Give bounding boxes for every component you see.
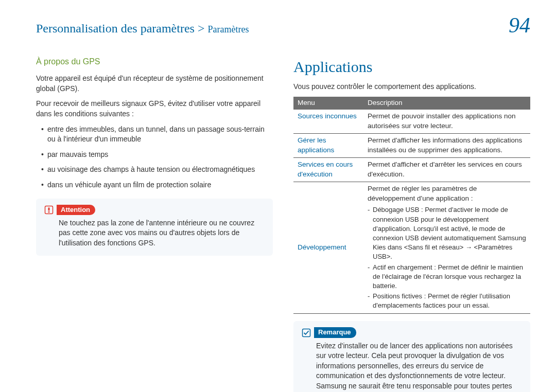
attention-callout: Attention Ne touchez pas la zone de l'an…	[36, 199, 273, 256]
breadcrumb-separator: >	[195, 22, 208, 35]
list-item: entre des immeubles, dans un tunnel, dan…	[41, 124, 273, 145]
menu-desc: Permet de pouvoir installer des applicat…	[363, 110, 530, 133]
right-column: Applications Vous pouvez contrôler le co…	[293, 56, 530, 392]
remark-text: Evitez d'installer ou de lancer des appl…	[302, 341, 522, 392]
list-item: au voisinage des champs à haute tension …	[41, 165, 273, 175]
table-row: Services en cours d'exécution Permet d'a…	[293, 157, 530, 182]
left-column: À propos du GPS Votre appareil est équip…	[36, 56, 273, 392]
menu-desc: Permet d'afficher les informations des a…	[363, 134, 530, 158]
table-row: Sources inconnues Permet de pouvoir inst…	[293, 110, 530, 133]
list-item: Positions fictives : Permet de régler l'…	[368, 292, 526, 310]
svg-rect-1	[48, 207, 50, 210]
list-item: par mauvais temps	[41, 150, 273, 160]
table-row: Gérer les applications Permet d'afficher…	[293, 134, 530, 158]
remark-icon	[302, 328, 311, 337]
menu-label: Gérer les applications	[293, 134, 363, 158]
page-number: 94	[509, 10, 530, 41]
col-menu: Menu	[293, 97, 363, 110]
applications-intro: Vous pouvez contrôler le comportement de…	[293, 82, 530, 92]
menu-label: Sources inconnues	[293, 110, 363, 133]
remark-badge: Remarque	[314, 327, 356, 337]
remark-callout: Remarque Evitez d'installer ou de lancer…	[293, 321, 530, 392]
dev-desc-intro: Permet de régler les paramètres de dével…	[368, 185, 477, 202]
table-header-row: Menu Description	[293, 97, 530, 110]
svg-rect-2	[48, 211, 50, 212]
breadcrumb-main: Personnalisation des paramètres	[36, 22, 195, 35]
col-description: Description	[363, 97, 530, 110]
menu-label: Développement	[293, 182, 363, 314]
breadcrumb-sub: Paramètres	[207, 24, 249, 34]
breadcrumb: Personnalisation des paramètres > Paramè…	[36, 20, 249, 38]
applications-table: Menu Description Sources inconnues Perme…	[293, 97, 530, 314]
menu-desc: Permet de régler les paramètres de dével…	[363, 182, 530, 314]
attention-badge: Attention	[57, 205, 95, 215]
list-item: dans un véhicule ayant un film de protec…	[41, 180, 273, 190]
attention-text: Ne touchez pas la zone de l'antenne inté…	[44, 218, 265, 248]
gps-intro-2: Pour recevoir de meilleurs signaux GPS, …	[36, 99, 273, 119]
applications-heading: Applications	[293, 56, 530, 78]
gps-conditions-list: entre des immeubles, dans un tunnel, dan…	[36, 124, 273, 190]
table-row: Développement Permet de régler les param…	[293, 182, 530, 314]
gps-intro-1: Votre appareil est équipé d'un récepteur…	[36, 74, 273, 94]
list-item: Actif en chargement : Permet de définir …	[368, 263, 526, 291]
list-item: Débogage USB : Permet d'activer le mode …	[368, 205, 526, 261]
menu-label: Services en cours d'exécution	[293, 157, 363, 182]
menu-desc: Permet d'afficher et d'arrêter les servi…	[363, 157, 530, 182]
dev-items-list: Débogage USB : Permet d'activer le mode …	[368, 205, 526, 310]
attention-icon	[44, 205, 54, 215]
gps-heading: À propos du GPS	[36, 56, 273, 67]
